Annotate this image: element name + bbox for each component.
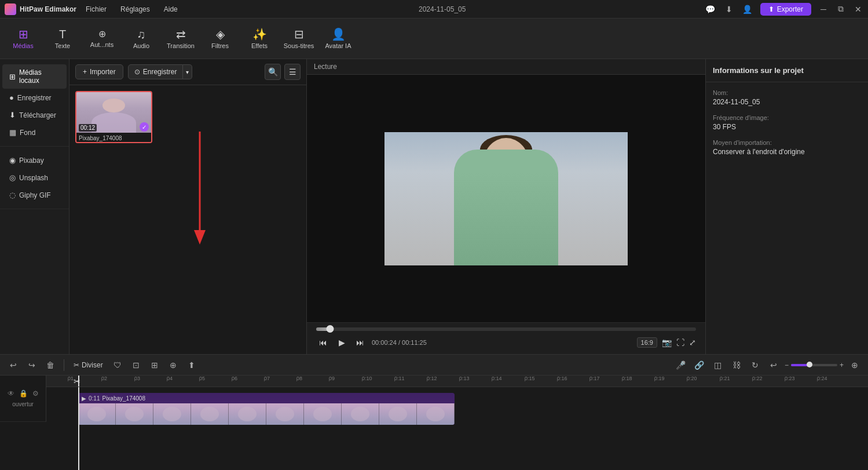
preview-body — [454, 150, 558, 265]
ruler-mark-03: 03 — [134, 376, 140, 381]
timeline-scroll[interactable]: 01 02 03 04 05 06 07 08 09 0:10 0:11 0:1… — [46, 376, 868, 470]
track-lock-icon[interactable]: 🔒 — [19, 389, 28, 398]
export-icon: ⬆ — [768, 5, 774, 13]
menu-reglages[interactable]: Réglages — [118, 4, 152, 14]
controls-left: ⏮ ▶ ⏭ 00:00:24 / 00:11:25 — [316, 336, 427, 349]
ratio-button[interactable]: 16:9 — [637, 337, 657, 348]
giphy-icon: ◌ — [9, 191, 16, 199]
text-overlay-button[interactable]: ⊞ — [147, 358, 162, 373]
ruler-mark-04: 04 — [167, 376, 173, 381]
sidebar-item-medias-locaux[interactable]: ⊞ Médias locaux — [2, 64, 67, 89]
screenshot-icon[interactable]: 📷 — [662, 338, 672, 347]
export-timeline-button[interactable]: ⬆ — [184, 358, 199, 373]
tool-autants-label: Aut...nts — [90, 41, 113, 48]
link-button[interactable]: 🔗 — [692, 358, 707, 373]
tool-avatar-ia[interactable]: 👤 Avatar IA — [320, 22, 357, 56]
redo-button[interactable]: ↪ — [24, 358, 39, 373]
filtres-icon: ◈ — [216, 28, 225, 40]
telecharger-icon: ⬇ — [9, 111, 16, 119]
tool-medias[interactable]: ⊞ Médias — [5, 22, 42, 56]
sidebar-item-fond[interactable]: ▦ Fond — [2, 124, 67, 141]
shield-button[interactable]: 🛡 — [110, 358, 125, 373]
record-button-group: ⊙ Enregistrer ▾ — [128, 64, 193, 79]
track-settings-icon[interactable]: ⚙ — [32, 389, 39, 398]
zoom-plus[interactable]: + — [840, 361, 844, 369]
tool-transition[interactable]: ⇄ Transition — [162, 22, 199, 56]
export-button[interactable]: ⬆ Exporter — [760, 3, 811, 16]
tool-sous-titres[interactable]: ⊟ Sous-titres — [280, 22, 317, 56]
sidebar-item-giphy-gif[interactable]: ◌ Giphy GIF — [2, 187, 67, 203]
user-icon[interactable]: 👤 — [742, 3, 753, 15]
download-icon[interactable]: ⬇ — [723, 3, 735, 15]
rewind-button[interactable]: ↩ — [766, 358, 781, 373]
media-header: + Importer ⊙ Enregistrer ▾ 🔍 ☰ — [69, 59, 306, 85]
video-clip[interactable]: ▶ 0:11 Pixabay_174008 — [78, 393, 455, 425]
list-view-button[interactable]: ☰ — [284, 64, 301, 80]
restore-button[interactable]: ⧉ — [836, 4, 846, 14]
ruler-mark-10: 0:10 — [362, 376, 372, 381]
record-dropdown-button[interactable]: ▾ — [183, 64, 192, 79]
playhead[interactable] — [78, 387, 79, 470]
ruler-mark-22: 0:22 — [752, 376, 763, 381]
loop-button[interactable]: ↻ — [748, 358, 763, 373]
sidebar-item-unsplash-label: Unsplash — [19, 174, 48, 182]
mic-button[interactable]: 🎤 — [673, 358, 688, 373]
ruler-mark-15: 0:15 — [525, 376, 535, 381]
prev-frame-button[interactable]: ⏮ — [316, 336, 330, 349]
tool-filtres-label: Filtres — [211, 42, 229, 49]
next-frame-button[interactable]: ⏭ — [353, 336, 367, 349]
zoom-minus[interactable]: − — [785, 361, 789, 369]
close-button[interactable]: ✕ — [853, 4, 863, 14]
media-grid: 00:12 ✓ Pixabay_174008 — [69, 85, 306, 354]
ai-button[interactable]: ⊕ — [166, 358, 181, 373]
sidebar-section-stock: ◉ Pixabay ◎ Unsplash ◌ Giphy GIF — [0, 147, 69, 209]
progress-bar-container[interactable] — [316, 327, 696, 331]
media-item-label: Pixabay_174008 — [76, 133, 151, 143]
delete-button[interactable]: 🗑 — [43, 358, 58, 373]
clip-frame-6 — [266, 403, 304, 425]
progress-thumb[interactable] — [326, 325, 334, 333]
fullscreen-icon[interactable]: ⛶ — [676, 338, 684, 347]
right-panel: Informations sur le projet Nom: 2024-11-… — [706, 59, 868, 354]
tool-transition-label: Transition — [167, 42, 195, 49]
effets-icon: ✨ — [252, 28, 267, 40]
tool-filtres[interactable]: ◈ Filtres — [202, 22, 239, 56]
expand-icon[interactable]: ⤢ — [689, 338, 696, 347]
undo-button[interactable]: ↩ — [6, 358, 21, 373]
menu-aide[interactable]: Aide — [162, 4, 180, 14]
sidebar-item-fond-label: Fond — [20, 129, 35, 137]
chat-icon[interactable]: 💬 — [705, 3, 716, 15]
export-label: Exporter — [777, 5, 803, 13]
minimize-button[interactable]: ─ — [818, 4, 829, 14]
split-button[interactable]: ✂ Diviser — [70, 359, 107, 371]
magnet-button[interactable]: ◫ — [710, 358, 726, 373]
ruler-mark-16: 0:16 — [557, 376, 567, 381]
clip-frame-9 — [379, 403, 417, 425]
search-button[interactable]: 🔍 — [265, 64, 281, 80]
sidebar-item-unsplash[interactable]: ◎ Unsplash — [2, 169, 67, 186]
tool-texte[interactable]: T Texte — [44, 22, 81, 56]
tl-right-tools: 🎤 🔗 ◫ ⛓ ↻ ↩ − + ⊕ — [673, 358, 862, 373]
zoom-track[interactable] — [791, 364, 837, 366]
timeline-content: 👁 🔒 ⚙ ouvertur 01 02 03 04 05 06 07 08 0… — [0, 376, 868, 470]
tool-audio[interactable]: ♫ Audio — [123, 22, 160, 56]
tool-autants[interactable]: ⊕ Aut...nts — [83, 22, 120, 56]
chain-button[interactable]: ⛓ — [729, 358, 744, 373]
crop-button[interactable]: ⊡ — [129, 358, 144, 373]
fond-icon: ▦ — [9, 128, 16, 137]
media-item-pixabay-174008[interactable]: 00:12 ✓ Pixabay_174008 — [75, 91, 152, 143]
sidebar-item-enregistrer[interactable]: ● Enregistrer — [2, 89, 67, 106]
sidebar-item-pixabay[interactable]: ◉ Pixabay — [2, 152, 67, 169]
tool-effets[interactable]: ✨ Effets — [241, 22, 278, 56]
play-button[interactable]: ▶ — [335, 336, 349, 349]
sidebar-item-telecharger[interactable]: ⬇ Télécharger — [2, 107, 67, 123]
ruler-mark-23: 0:23 — [785, 376, 795, 381]
clip-frame-7 — [304, 403, 342, 425]
add-track-button[interactable]: ⊕ — [847, 358, 862, 373]
import-button[interactable]: + Importer — [75, 64, 123, 79]
title-bar: HitPaw Edimakor Fichier Réglages Aide 20… — [0, 0, 868, 19]
menu-fichier[interactable]: Fichier — [83, 4, 109, 14]
track-eye-icon[interactable]: 👁 — [8, 389, 14, 398]
timeline-ruler: 01 02 03 04 05 06 07 08 09 0:10 0:11 0:1… — [46, 376, 868, 387]
record-button[interactable]: ⊙ Enregistrer — [128, 64, 184, 79]
